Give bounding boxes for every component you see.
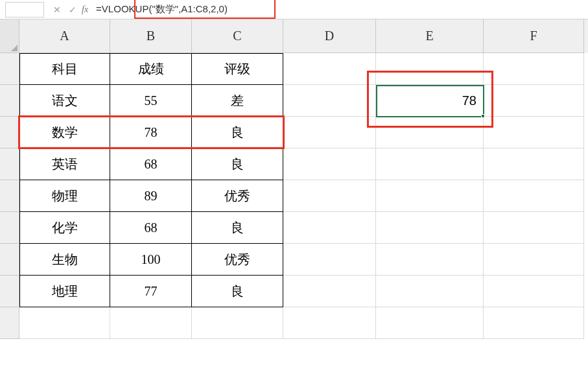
row-2: 语文 55 差 78 (0, 85, 588, 117)
cell-E1[interactable] (376, 53, 484, 85)
spreadsheet-grid: A B C D E F 科目 成绩 评级 语文 55 差 78 (0, 19, 588, 365)
fx-icon[interactable]: fx (82, 5, 88, 15)
cell-D6[interactable] (283, 212, 376, 244)
cell-F8[interactable] (484, 276, 584, 307)
col-header-D[interactable]: D (283, 19, 376, 53)
col-header-F[interactable]: F (484, 19, 584, 53)
formula-bar: ✕ ✓ fx =VLOOKUP("数学",A1:C8,2,0) (0, 0, 588, 19)
cell-C3[interactable]: 良 (192, 117, 283, 148)
cell-C4[interactable]: 良 (192, 148, 283, 180)
cell-F6[interactable] (484, 212, 584, 244)
col-header-E[interactable]: E (376, 19, 484, 53)
cell-B7[interactable]: 100 (110, 244, 192, 276)
cell-D7[interactable] (283, 244, 376, 276)
row-3: 数学 78 良 (0, 117, 588, 148)
cell-C6[interactable]: 良 (192, 212, 283, 244)
row-header-8[interactable] (0, 276, 19, 307)
cell-E7[interactable] (376, 244, 484, 276)
row-header-1[interactable] (0, 53, 19, 85)
cell-E9[interactable] (376, 307, 484, 339)
cell-D2[interactable] (283, 85, 376, 117)
cell-E3[interactable] (376, 117, 484, 148)
cell-F3[interactable] (484, 117, 584, 148)
row-header-5[interactable] (0, 180, 19, 212)
cell-F4[interactable] (484, 148, 584, 180)
cell-A3[interactable]: 数学 (19, 117, 110, 148)
cell-A5[interactable]: 物理 (19, 180, 110, 212)
cell-C7[interactable]: 优秀 (192, 244, 283, 276)
cell-E4[interactable] (376, 148, 484, 180)
col-header-C[interactable]: C (192, 19, 283, 53)
cell-F1[interactable] (484, 53, 584, 85)
name-box[interactable] (5, 2, 44, 18)
cell-E8[interactable] (376, 276, 484, 307)
cell-C9[interactable] (192, 307, 283, 339)
cell-F2[interactable] (484, 85, 584, 117)
cell-C2[interactable]: 差 (192, 85, 283, 117)
row-1: 科目 成绩 评级 (0, 53, 588, 85)
row-4: 英语 68 良 (0, 148, 588, 180)
row-header-7[interactable] (0, 244, 19, 276)
cell-F5[interactable] (484, 180, 584, 212)
confirm-icon[interactable]: ✓ (69, 5, 76, 15)
grid-body: 科目 成绩 评级 语文 55 差 78 数学 78 良 (0, 53, 588, 339)
row-6: 化学 68 良 (0, 212, 588, 244)
cell-C1[interactable]: 评级 (192, 53, 283, 85)
col-header-B[interactable]: B (110, 19, 192, 53)
cell-A7[interactable]: 生物 (19, 244, 110, 276)
cell-B6[interactable]: 68 (110, 212, 192, 244)
cell-A2[interactable]: 语文 (19, 85, 110, 117)
cell-E5[interactable] (376, 180, 484, 212)
formula-input[interactable]: =VLOOKUP("数学",A1:C8,2,0) (92, 2, 588, 18)
cell-D5[interactable] (283, 180, 376, 212)
cell-D1[interactable] (283, 53, 376, 85)
cell-B2[interactable]: 55 (110, 85, 192, 117)
cell-D4[interactable] (283, 148, 376, 180)
cell-D9[interactable] (283, 307, 376, 339)
cell-D3[interactable] (283, 117, 376, 148)
row-header-9[interactable] (0, 307, 19, 339)
cell-A4[interactable]: 英语 (19, 148, 110, 180)
cancel-icon[interactable]: ✕ (53, 5, 61, 15)
cell-B1[interactable]: 成绩 (110, 53, 192, 85)
cell-D8[interactable] (283, 276, 376, 307)
cell-E2[interactable]: 78 (376, 85, 484, 117)
column-headers: A B C D E F (0, 19, 588, 53)
row-header-4[interactable] (0, 148, 19, 180)
row-7: 生物 100 优秀 (0, 244, 588, 276)
select-all-corner[interactable] (0, 19, 19, 53)
cell-F7[interactable] (484, 244, 584, 276)
cell-E6[interactable] (376, 212, 484, 244)
row-header-3[interactable] (0, 117, 19, 148)
cell-C5[interactable]: 优秀 (192, 180, 283, 212)
cell-A9[interactable] (19, 307, 110, 339)
cell-A1[interactable]: 科目 (19, 53, 110, 85)
cell-A6[interactable]: 化学 (19, 212, 110, 244)
cell-B8[interactable]: 77 (110, 276, 192, 307)
cell-F9[interactable] (484, 307, 584, 339)
row-5: 物理 89 优秀 (0, 180, 588, 212)
row-8: 地理 77 良 (0, 276, 588, 307)
col-header-A[interactable]: A (19, 19, 110, 53)
formula-bar-buttons: ✕ ✓ (48, 5, 82, 15)
cell-B4[interactable]: 68 (110, 148, 192, 180)
cell-B5[interactable]: 89 (110, 180, 192, 212)
cell-B3[interactable]: 78 (110, 117, 192, 148)
cell-C8[interactable]: 良 (192, 276, 283, 307)
cell-A8[interactable]: 地理 (19, 276, 110, 307)
row-header-6[interactable] (0, 212, 19, 244)
row-9 (0, 307, 588, 339)
row-header-2[interactable] (0, 85, 19, 117)
cell-B9[interactable] (110, 307, 192, 339)
